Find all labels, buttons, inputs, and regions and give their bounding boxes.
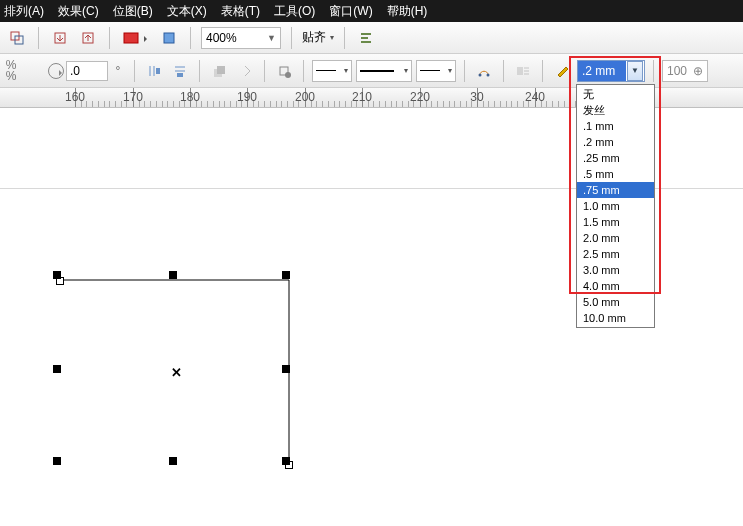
selection-handle[interactable] [282,365,290,373]
standard-toolbar: 400% ▼ 贴齐 ▾ [0,22,743,54]
dropdown-item[interactable]: 4.0 mm [577,278,654,294]
percent-label: %% [0,54,22,88]
svg-rect-5 [164,33,174,43]
dropdown-item[interactable]: .2 mm [577,134,654,150]
selection-handle[interactable] [169,271,177,279]
outline-pen-icon[interactable] [551,60,573,82]
dropdown-item[interactable]: 发丝 [577,102,654,118]
chevron-down-icon: ▼ [267,33,276,43]
svg-rect-14 [517,67,523,75]
selection-handle[interactable] [53,365,61,373]
selection-handle[interactable] [282,271,290,279]
chevron-down-icon[interactable]: ▼ [627,61,643,81]
property-bar: %% ° ▾ ▾ ▾ .2 mm ▼ 100 ⊕ [0,54,743,88]
welcome-icon[interactable] [158,27,180,49]
svg-point-11 [285,72,291,78]
menu-arrange[interactable]: 排列(A) [4,3,44,20]
rotate-icon[interactable] [48,63,64,79]
outline-width-combo[interactable]: .2 mm ▼ [577,60,645,82]
svg-point-13 [487,73,490,76]
end-arrow-combo[interactable]: ▾ [416,60,456,82]
dropdown-item[interactable]: .25 mm [577,150,654,166]
outline-width-value: .2 mm [578,61,626,81]
outline-width-dropdown[interactable]: 无发丝.1 mm.2 mm.25 mm.5 mm.75 mm1.0 mm1.5 … [576,84,655,328]
plus-icon[interactable]: ⊕ [693,64,703,78]
dropdown-item[interactable]: 10.0 mm [577,310,654,326]
mirror-h-icon[interactable] [143,60,165,82]
chevron-down-icon[interactable]: ▾ [330,33,334,42]
to-back-icon[interactable] [234,60,256,82]
selection-handle[interactable] [53,457,61,465]
spin-input[interactable]: 100 ⊕ [662,60,708,82]
close-curve-icon[interactable] [473,60,495,82]
svg-rect-4 [124,33,138,43]
svg-rect-9 [217,66,225,74]
menu-table[interactable]: 表格(T) [221,3,260,20]
import-icon[interactable] [49,27,71,49]
menu-text[interactable]: 文本(X) [167,3,207,20]
dropdown-item[interactable]: 1.5 mm [577,214,654,230]
dropdown-item[interactable]: .5 mm [577,166,654,182]
degree-label: ° [110,64,126,78]
menu-bar: 排列(A) 效果(C) 位图(B) 文本(X) 表格(T) 工具(O) 窗口(W… [0,0,743,22]
dropdown-item[interactable]: 无 [577,86,654,102]
dropdown-item[interactable]: 1.0 mm [577,198,654,214]
wrap-text-icon[interactable] [512,60,534,82]
svg-point-12 [479,73,482,76]
options-icon[interactable] [355,27,377,49]
selection-center-icon: ✕ [171,365,182,380]
rotation-group: ° [48,61,126,81]
line-style-combo[interactable]: ▾ [356,60,412,82]
start-arrow-combo[interactable]: ▾ [312,60,352,82]
selection-handle[interactable] [169,457,177,465]
wrap-icon[interactable] [273,60,295,82]
export-icon[interactable] [77,27,99,49]
menu-effects[interactable]: 效果(C) [58,3,99,20]
dropdown-item[interactable]: 3.0 mm [577,262,654,278]
menu-tools[interactable]: 工具(O) [274,3,315,20]
mirror-v-icon[interactable] [169,60,191,82]
to-front-icon[interactable] [208,60,230,82]
zoom-value: 400% [206,31,237,45]
selection-handle[interactable] [282,457,290,465]
svg-rect-7 [177,73,183,77]
dropdown-item[interactable]: .1 mm [577,118,654,134]
menu-window[interactable]: 窗口(W) [329,3,372,20]
app-launcher-icon[interactable] [120,27,152,49]
dropdown-item[interactable]: .75 mm [577,182,654,198]
menu-bitmap[interactable]: 位图(B) [113,3,153,20]
dropdown-item[interactable]: 5.0 mm [577,294,654,310]
svg-rect-6 [156,68,160,74]
dropdown-item[interactable]: 2.0 mm [577,230,654,246]
rotation-input[interactable] [66,61,108,81]
snap-label[interactable]: 贴齐 [302,29,326,46]
dropdown-item[interactable]: 2.5 mm [577,246,654,262]
selection-handle[interactable] [53,271,61,279]
menu-help[interactable]: 帮助(H) [387,3,428,20]
zoom-level[interactable]: 400% ▼ [201,27,281,49]
combine-icon[interactable] [6,27,28,49]
